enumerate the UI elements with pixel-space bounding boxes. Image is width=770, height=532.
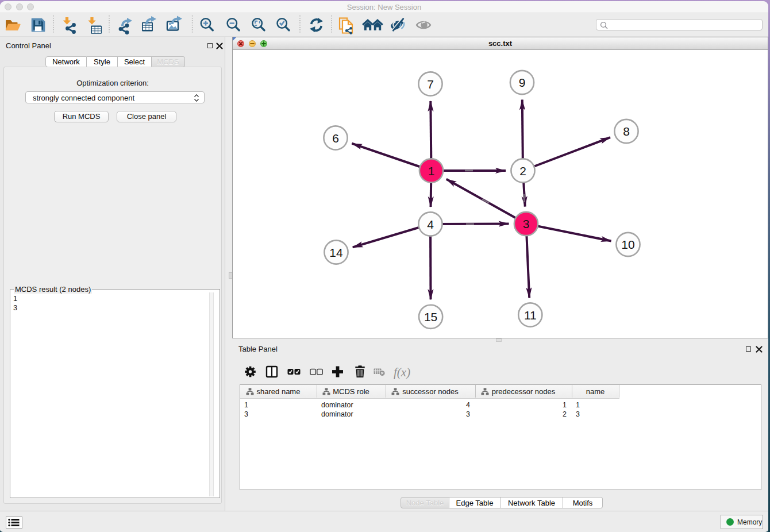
svg-text:3: 3: [523, 217, 530, 230]
svg-text:1: 1: [428, 164, 435, 178]
svg-text:15: 15: [424, 310, 437, 323]
svg-text:4: 4: [427, 218, 434, 231]
svg-text:2: 2: [519, 164, 526, 178]
svg-text:f(x): f(x): [394, 365, 410, 379]
svg-text:14: 14: [329, 246, 343, 259]
svg-text:7: 7: [427, 78, 434, 91]
svg-text:6: 6: [332, 132, 339, 145]
svg-text:11: 11: [524, 309, 537, 322]
svg-text:8: 8: [623, 125, 630, 138]
svg-text:10: 10: [621, 238, 634, 251]
svg-text:9: 9: [519, 76, 526, 89]
